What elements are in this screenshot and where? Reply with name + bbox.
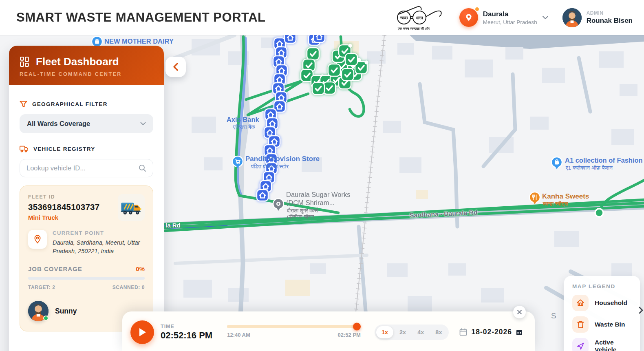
location-pin-icon [465,13,473,22]
sidebar-collapse-button[interactable] [165,57,186,77]
calendar-picker-icon[interactable] [516,329,523,336]
legend-item-household: Household [572,295,632,311]
online-status-dot [43,316,49,321]
current-point-pin-icon [28,230,47,249]
current-time: 02:52:16 PM [161,330,212,341]
route-endpoint-marker [595,209,603,217]
navigation-arrow-icon [572,338,589,351]
fleet-dashboard-panel: Fleet Dashboard REAL-TIME COMMAND CENTER… [9,46,164,351]
current-point-label: CURRENT POINT [53,230,145,236]
sidebar-title: Fleet Dashboard [36,55,119,68]
user-avatar [562,8,582,27]
ward-filter-select[interactable]: All Wards Coverage [20,114,153,133]
playback-bar: TIME 02:52:16 PM 12:40 AM 02:52 PM 1x 2x… [122,311,535,351]
legend-item-waste-bin: Waste Bin [572,316,632,333]
factory-pin-icon [273,199,284,211]
restaurant-pin-icon [529,192,540,204]
chevron-down-icon [140,122,146,126]
map-legend: MAP LEGEND Household Waste Bin Active Ve… [564,276,640,351]
truck-icon [20,146,29,152]
legend-label-active-vehicle: Active Vehicle [595,339,632,351]
legend-label-waste-bin: Waste Bin [595,321,625,328]
fleet-vehicle-card[interactable]: FLEET ID 353691845103737 Mini Truck [20,185,153,331]
legend-item-active-vehicle: Active Vehicle [572,338,632,351]
calendar-icon [459,328,467,336]
vehicle-search-input[interactable] [26,164,139,172]
speed-button-2x[interactable]: 2x [394,326,411,338]
app-header: SMART WASTE MANAGEMENT PORTAL स्वच्छ भार… [0,0,644,35]
chevron-down-icon [542,15,549,20]
target-count: TARGET: 2 [28,285,55,290]
user-menu[interactable]: ADMIN Rounak Bisen [562,8,633,27]
time-label: TIME [161,324,212,329]
map-more-chevron-icon[interactable] [638,307,643,316]
location-pin-button[interactable] [459,8,478,27]
sidebar-subtitle: REAL-TIME COMMAND CENTER [20,71,153,77]
job-coverage-bar [28,277,145,280]
user-role: ADMIN [587,10,633,16]
speed-button-4x[interactable]: 4x [412,326,429,338]
logo-lens-left-text: स्वच्छ [399,15,408,20]
truck-illustration [118,194,145,221]
time-slider-track[interactable] [227,325,361,328]
vehicle-route-green [165,37,644,231]
location-region: Meerut, Uttar Pradesh [483,19,537,25]
play-button[interactable] [130,320,154,344]
slider-range-end: 02:52 PM [338,332,361,338]
legend-title: MAP LEGEND [572,283,632,289]
speed-button-1x[interactable]: 1x [376,326,393,338]
slider-range-start: 12:40 AM [227,332,250,338]
swachh-bharat-logo: स्वच्छ भारत एक कदम स्वच्छता की ओर [388,3,446,32]
chevron-left-icon [173,63,179,71]
time-slider: 12:40 AM 02:52 PM [227,325,361,338]
search-icon [139,164,146,172]
date-picker[interactable]: 18-02-2026 [459,328,523,336]
map-markers-layer[interactable] [257,35,368,201]
filter-funnel-icon [20,101,27,108]
time-slider-thumb[interactable] [353,322,361,330]
logo-lens-right-text: भारत [415,15,423,20]
current-point-address: Daurala, Sardhana, Meerut, Uttar Pradesh… [53,238,145,256]
sidebar-header: Fleet Dashboard REAL-TIME COMMAND CENTER [9,46,164,85]
logo-tagline: एक कदम स्वच्छता की ओर [397,26,430,31]
notification-dot [475,7,479,11]
vehicle-registry-label: VEHICLE REGISTRY [33,146,95,152]
date-value: 18-02-2026 [471,328,512,336]
fleet-id-label: FLEET ID [28,194,100,200]
playback-speed-group: 1x 2x 4x 8x [375,325,449,340]
job-coverage-value: 0% [136,265,145,272]
bag-pin-icon [551,157,562,169]
geo-filter-label: GEOGRAPHICAL FILTER [32,101,108,107]
legend-label-household: Household [595,299,627,307]
fleet-id-value: 353691845103737 [28,202,100,212]
map-buildings [183,35,644,312]
trash-icon [572,316,589,333]
vehicle-type: Mini Truck [28,214,100,221]
dashboard-grid-icon [20,57,30,67]
job-coverage-label: JOB COVERAGE [28,265,82,272]
page-title: SMART WASTE MANAGEMENT PORTAL [16,10,266,25]
location-city: Daurala [483,10,537,18]
playback-close-button[interactable] [513,306,526,318]
user-name: Rounak Bisen [587,17,633,25]
close-icon [517,309,522,315]
scanned-count: SCANNED: 0 [112,285,145,290]
location-selector[interactable]: Daurala Meerut, Uttar Pradesh [459,8,549,27]
play-icon [138,327,147,337]
household-icon [572,295,589,311]
driver-name: Sunny [55,307,77,316]
ward-filter-value: All Wards Coverage [27,120,90,128]
vehicle-search-box [20,159,153,177]
speed-button-8x[interactable]: 8x [430,326,447,338]
